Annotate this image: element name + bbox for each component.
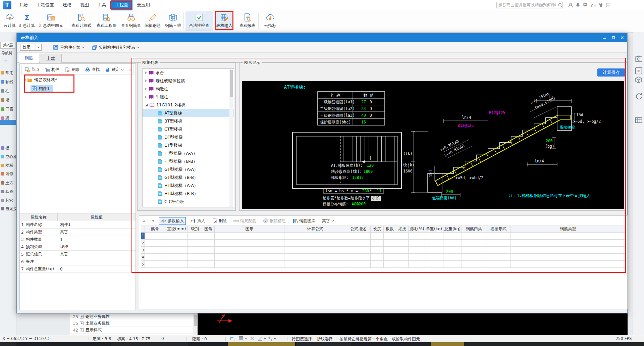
atlas-item-12[interactable]: FT型楼梯（B-B） (143, 157, 234, 165)
rebar-cell[interactable] (145, 240, 165, 247)
rebar-cell[interactable] (462, 254, 486, 261)
sidebar-item-13[interactable]: 其它 (0, 197, 16, 204)
sidebar-item-3[interactable]: 柱 (0, 88, 16, 94)
sidebar-item-6[interactable]: 梁 (0, 115, 16, 121)
rebar-cell[interactable] (384, 240, 396, 247)
rebar-cell[interactable] (396, 261, 409, 268)
rebar-cell[interactable] (409, 254, 425, 261)
rebar-cell[interactable] (511, 240, 626, 247)
toolbar-overflow-icon[interactable]: » (129, 67, 133, 72)
gridt-tool-button[interactable] (635, 117, 642, 124)
rebar-cell[interactable] (384, 261, 396, 268)
atlas-item-9[interactable]: DT型楼梯 (143, 133, 234, 141)
ribbon-button-2[interactable]: Σ汇总计算 (19, 11, 35, 31)
rebar-cell[interactable] (165, 233, 188, 240)
rebar-cell[interactable] (371, 240, 384, 247)
rebar-cell[interactable] (371, 233, 384, 240)
rebar-cell[interactable] (202, 247, 215, 254)
sidebar-item-9[interactable]: 楼梯 (0, 162, 16, 169)
gridv-status-button[interactable] (239, 336, 248, 341)
rebar-cell[interactable] (443, 254, 462, 261)
rebar-row-number[interactable]: 3 (141, 247, 145, 254)
atlas-item-16[interactable]: HT型楼梯（B-B） (143, 190, 234, 198)
bg-property-row-3[interactable]: 42+显示样式 (70, 327, 194, 334)
rebar-cell[interactable] (165, 247, 188, 254)
property-value[interactable]: 现浇 (58, 243, 136, 250)
rebar-cell[interactable] (371, 254, 384, 261)
ribbon-button-4[interactable]: 查看计算式 (69, 11, 94, 31)
sidebar-item-14[interactable]: 自定义 (0, 205, 16, 212)
menu-item-1[interactable]: 开始 (15, 0, 32, 10)
rebar-cell[interactable] (188, 247, 202, 254)
rebar-cell[interactable] (425, 233, 443, 240)
ribbon-button-11[interactable]: 查看报表 (237, 11, 257, 31)
menu-item-6[interactable]: 工程量 (111, 0, 132, 10)
tree-toolbar-3[interactable]: 删除 (62, 65, 82, 74)
chat-icon[interactable] (583, 2, 588, 8)
rebar-cell[interactable] (215, 240, 284, 247)
rebar-cell[interactable] (443, 247, 462, 254)
sidebar-item-1[interactable]: 常用 (0, 69, 16, 76)
tree-expander-icon[interactable] (145, 80, 147, 82)
rebar-cell[interactable] (165, 254, 188, 261)
atlas-item-2[interactable]: 墙柱或砌体拉筋 (143, 77, 234, 85)
tree-toolbar-4[interactable]: 查找 (82, 65, 102, 74)
rebar-cell[interactable] (202, 233, 215, 240)
tab-2[interactable]: 土建 (40, 54, 62, 63)
rebar-cell[interactable] (165, 261, 188, 268)
tree-toolbar-1[interactable]: 节点 (22, 65, 42, 74)
sidebar-item-2[interactable]: 轴线 (0, 79, 16, 85)
menu-item-3[interactable]: 建模 (58, 0, 76, 10)
rebar-row-number[interactable]: 2 (141, 240, 145, 247)
atlas-item-17[interactable]: C-C平台板 (143, 198, 234, 206)
rebar-cell[interactable] (145, 233, 165, 240)
background-scrollbar[interactable] (193, 313, 198, 335)
rebar-cell[interactable] (371, 247, 384, 254)
rebar-cell[interactable] (409, 247, 425, 254)
ribbon-button-7[interactable]: 编辑钢筋 (143, 11, 162, 31)
rebar-cell[interactable] (425, 261, 443, 268)
property-value[interactable]: 1 (58, 236, 136, 243)
rebar-cell[interactable] (384, 233, 396, 240)
atlas-item-14[interactable]: GT型楼梯（B-B） (143, 174, 234, 182)
move-down-button[interactable]: ▼ (150, 218, 156, 224)
tree-toolbar-5[interactable]: 锁定 (102, 65, 126, 74)
rebar-cell[interactable] (165, 240, 188, 247)
rebar-cell[interactable] (346, 247, 371, 254)
taskbar-segment-5[interactable] (228, 342, 295, 346)
rebar-cell[interactable] (443, 233, 462, 240)
bell-icon[interactable] (576, 2, 580, 8)
app-logo-icon[interactable]: T (3, 1, 11, 9)
cube-tool-button[interactable] (635, 77, 642, 85)
tree-expander-icon[interactable] (145, 71, 147, 74)
bg-property-row-1[interactable]: 25+钢筋业务属性 (70, 313, 194, 320)
save-component-button[interactable]: 单构件存盘 (51, 43, 87, 51)
taskbar-segment-1[interactable] (0, 342, 16, 346)
taskbar-segment-6[interactable] (296, 342, 351, 346)
rebar-cell[interactable] (511, 233, 626, 240)
grid-toolbar-7[interactable]: 其它 (320, 217, 336, 225)
tree-toolbar-2[interactable]: 构件 (42, 65, 62, 74)
property-value[interactable]: 其它 (58, 229, 136, 236)
ribbon-button-9[interactable]: 合法性检查 (185, 11, 213, 31)
floor-combobox[interactable]: 首层 (20, 44, 42, 51)
rebar-cell[interactable] (409, 240, 425, 247)
person-icon[interactable] (568, 2, 573, 8)
rebar-cell[interactable] (462, 247, 486, 254)
rebar-cell[interactable] (202, 261, 215, 268)
rebar-cell[interactable] (346, 254, 371, 261)
tree-item-component-1[interactable]: 构件1 (31, 85, 53, 92)
rebar-cell[interactable] (215, 247, 284, 254)
atlas-item-11[interactable]: FT型楼梯（A-A） (143, 149, 234, 157)
taskbar-segment-4[interactable] (188, 342, 227, 346)
rebar-cell[interactable] (462, 233, 486, 240)
menu-item-2[interactable]: 工程设置 (32, 0, 58, 10)
rebar-cell[interactable] (462, 261, 486, 268)
cross-layer-select-button[interactable]: 跨图层选择 (290, 336, 314, 343)
ribbon-button-6[interactable]: 查看钢筋量 (120, 11, 142, 31)
property-value[interactable]: 其它 (58, 251, 136, 258)
taskbar-segment-3[interactable] (111, 342, 188, 346)
sidebar-item-7[interactable]: 板 (0, 145, 16, 151)
search-icon[interactable] (558, 2, 562, 8)
taskbar-segment-9[interactable] (464, 342, 644, 346)
